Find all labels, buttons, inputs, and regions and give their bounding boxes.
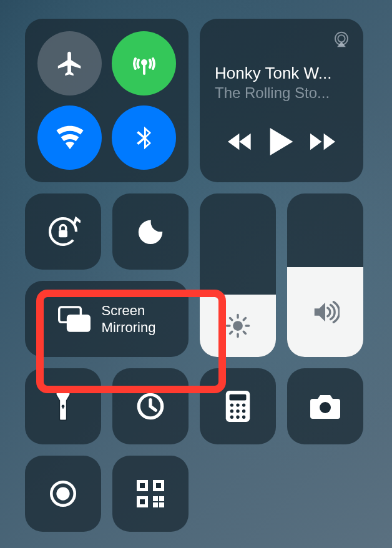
airplane-mode-toggle[interactable] xyxy=(37,31,102,95)
svg-rect-41 xyxy=(153,502,158,507)
airplay-icon[interactable] xyxy=(332,30,351,51)
screen-mirroring-button[interactable]: Screen Mirroring xyxy=(25,281,189,357)
svg-line-13 xyxy=(230,318,232,320)
svg-rect-20 xyxy=(230,394,247,401)
forward-button[interactable] xyxy=(310,132,335,154)
camera-button[interactable] xyxy=(287,368,363,444)
svg-rect-36 xyxy=(156,483,161,488)
svg-line-14 xyxy=(243,331,245,333)
play-icon xyxy=(270,128,293,155)
svg-rect-34 xyxy=(140,483,145,488)
svg-point-24 xyxy=(230,409,233,413)
rewind-button[interactable] xyxy=(228,132,253,154)
volume-icon xyxy=(311,298,340,326)
svg-rect-40 xyxy=(159,496,164,501)
qr-code-icon xyxy=(137,480,164,507)
cellular-icon xyxy=(129,49,159,79)
svg-rect-38 xyxy=(140,499,145,504)
svg-rect-5 xyxy=(59,230,67,238)
song-title: Honky Tonk W... xyxy=(215,64,348,83)
song-artist: The Rolling Sto... xyxy=(215,84,348,102)
cellular-data-toggle[interactable] xyxy=(112,31,176,95)
svg-line-16 xyxy=(243,318,245,320)
svg-point-25 xyxy=(236,409,239,413)
forward-icon xyxy=(310,132,335,152)
bluetooth-toggle[interactable] xyxy=(112,105,176,170)
flashlight-icon xyxy=(53,390,73,423)
svg-point-17 xyxy=(62,405,65,408)
bluetooth-icon xyxy=(130,124,158,152)
wifi-toggle[interactable] xyxy=(37,105,102,170)
connectivity-module xyxy=(25,19,189,182)
svg-line-15 xyxy=(230,331,232,333)
qr-code-button[interactable] xyxy=(112,456,189,532)
screen-record-button[interactable] xyxy=(25,456,101,532)
screen-mirroring-label: Screen Mirroring xyxy=(102,302,156,336)
timer-icon xyxy=(135,391,166,422)
screen-mirror-icon xyxy=(58,306,91,332)
brightness-icon xyxy=(225,313,251,339)
brightness-slider[interactable] xyxy=(200,193,276,357)
music-module[interactable]: Honky Tonk W... The Rolling Sto... xyxy=(200,19,363,182)
svg-point-22 xyxy=(236,403,239,406)
orientation-lock-toggle[interactable] xyxy=(25,193,101,270)
volume-slider[interactable] xyxy=(287,193,363,357)
svg-point-3 xyxy=(338,35,345,42)
timer-button[interactable] xyxy=(112,368,189,444)
svg-point-23 xyxy=(242,403,245,406)
flashlight-button[interactable] xyxy=(25,368,101,444)
wifi-icon xyxy=(55,123,85,153)
airplane-icon xyxy=(56,49,84,78)
svg-point-28 xyxy=(236,416,239,419)
svg-point-32 xyxy=(58,489,69,499)
screen-record-icon xyxy=(47,478,79,509)
svg-point-21 xyxy=(230,403,233,406)
svg-point-8 xyxy=(233,321,243,331)
svg-point-29 xyxy=(242,416,245,419)
svg-point-26 xyxy=(242,409,245,413)
do-not-disturb-icon xyxy=(136,217,165,246)
calculator-button[interactable] xyxy=(200,368,276,444)
svg-point-30 xyxy=(320,402,331,413)
svg-rect-39 xyxy=(153,496,158,501)
svg-rect-42 xyxy=(159,502,164,507)
orientation-lock-icon xyxy=(46,214,81,249)
play-button[interactable] xyxy=(270,128,293,158)
do-not-disturb-toggle[interactable] xyxy=(112,193,189,270)
rewind-icon xyxy=(228,132,253,152)
camera-icon xyxy=(309,393,341,419)
calculator-icon xyxy=(225,391,250,422)
svg-point-27 xyxy=(230,416,233,419)
svg-rect-7 xyxy=(67,316,89,331)
